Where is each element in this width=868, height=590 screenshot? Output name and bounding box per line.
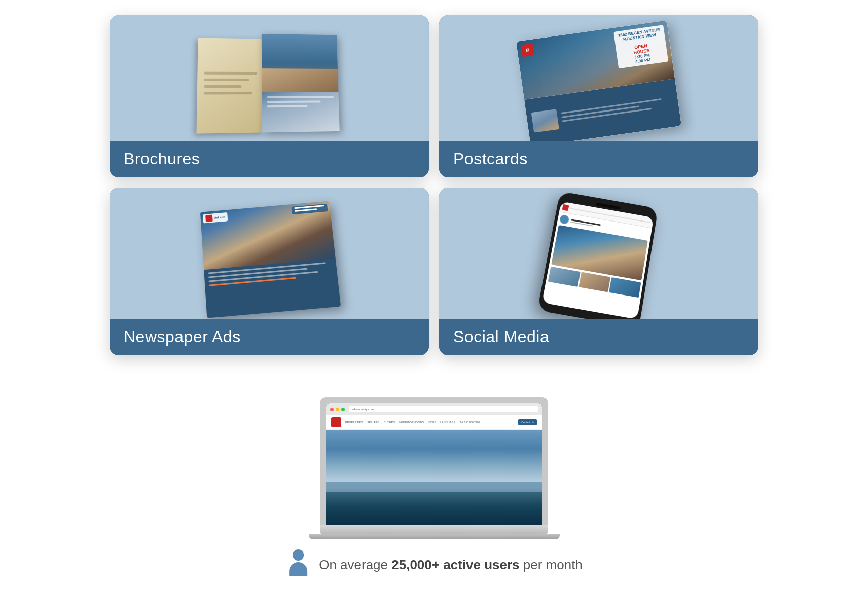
newspaper-hero-image: DeLeon xyxy=(200,201,336,270)
nav-language: LANGUAGE xyxy=(440,421,455,424)
browser-url-text: deleonrealty.com xyxy=(351,408,374,411)
phone-mockup xyxy=(537,191,659,319)
postcards-label: Postcards xyxy=(439,141,758,177)
website-contact-button: Contact Us xyxy=(518,419,537,425)
phone-avatar xyxy=(559,214,570,225)
newspaper-mockup: DeLeon xyxy=(200,201,341,318)
newspaper-address xyxy=(291,204,328,215)
person-icon xyxy=(285,549,311,580)
social-media-card[interactable]: Social Media xyxy=(439,188,758,355)
newspaper-image-area: DeLeon xyxy=(110,188,429,319)
website-nav-links: PROPERTIES SELLERS BUYERS NEIGHBORHOODS … xyxy=(345,421,455,424)
newspaper-logo: DeLeon xyxy=(203,212,228,224)
postcards-card[interactable]: ◧ 1652 BEGEN AVENUEMOUNTAIN VIEWOPENHOUS… xyxy=(439,15,758,177)
website-navigation: PROPERTIES SELLERS BUYERS NEIGHBORHOODS … xyxy=(326,415,542,430)
newspaper-ads-label: Newspaper Ads xyxy=(110,319,429,355)
brochure-left-page xyxy=(196,38,264,133)
phone-frame xyxy=(537,191,659,319)
phone-small-image-3 xyxy=(609,277,641,298)
browser-maximize-dot xyxy=(341,408,345,411)
website-content: PROPERTIES SELLERS BUYERS NEIGHBORHOODS … xyxy=(326,415,542,525)
social-media-label: Social Media xyxy=(439,319,758,355)
postcards-image-area: ◧ 1652 BEGEN AVENUEMOUNTAIN VIEWOPENHOUS… xyxy=(439,15,758,141)
laptop-screen-frame: deleonrealty.com PROPERTIES SELLERS BUYE… xyxy=(320,397,548,525)
browser-close-dot xyxy=(330,408,334,411)
postcard-logo: ◧ xyxy=(521,43,534,57)
cards-grid: Brochures ◧ 1652 BEGEN AVENUEMOUNTAIN VI… xyxy=(79,0,789,355)
browser-toolbar: deleonrealty.com xyxy=(326,403,542,415)
nav-sellers: SELLERS xyxy=(367,421,380,424)
phone-small-image-1 xyxy=(548,267,581,287)
newspaper-flyer-inner: DeLeon xyxy=(200,201,341,318)
brochures-image-area xyxy=(110,15,429,141)
browser-minimize-dot xyxy=(336,408,339,411)
laptop-base xyxy=(320,525,548,534)
laptop-screen: deleonrealty.com PROPERTIES SELLERS BUYE… xyxy=(326,403,542,525)
website-hero-image xyxy=(326,430,542,525)
pool-reflection xyxy=(326,482,542,525)
postcard-small-image xyxy=(531,108,559,132)
website-phone: Tel: 650.900.7100 xyxy=(459,421,480,424)
nav-news: NEWS xyxy=(428,421,436,424)
phone-screen xyxy=(542,201,654,319)
laptop-container: deleonrealty.com PROPERTIES SELLERS BUYE… xyxy=(320,397,548,539)
brochures-card[interactable]: Brochures xyxy=(110,15,429,177)
phone-content xyxy=(546,212,652,300)
nav-neighborhoods: NEIGHBORHOODS xyxy=(399,421,424,424)
stats-active-users: active users xyxy=(440,557,520,572)
postcard-details xyxy=(561,96,674,124)
stats-prefix: On average xyxy=(319,557,391,572)
stats-highlight: 25,000+ xyxy=(391,557,440,572)
stats-section: On average 25,000+ active users per mont… xyxy=(285,549,583,580)
postcard-mockup: ◧ 1652 BEGEN AVENUEMOUNTAIN VIEWOPENHOUS… xyxy=(516,20,681,141)
laptop-bottom xyxy=(309,534,560,539)
stats-suffix: per month xyxy=(520,557,583,572)
stats-text: On average 25,000+ active users per mont… xyxy=(319,557,583,573)
website-logo xyxy=(331,417,341,427)
browser-url-bar: deleonrealty.com xyxy=(349,406,538,412)
nav-buyers: BUYERS xyxy=(384,421,395,424)
postcard-address: 1652 BEGEN AVENUEMOUNTAIN VIEWOPENHOUSE1… xyxy=(613,25,668,68)
person-body xyxy=(289,562,307,576)
nav-properties: PROPERTIES xyxy=(345,421,363,424)
phone-small-image-2 xyxy=(578,272,610,292)
social-image-area xyxy=(439,188,758,319)
brochure-mockup xyxy=(196,32,340,136)
main-container: Brochures ◧ 1652 BEGEN AVENUEMOUNTAIN VI… xyxy=(0,0,868,590)
postcard-card-inner: ◧ 1652 BEGEN AVENUEMOUNTAIN VIEWOPENHOUS… xyxy=(516,20,681,141)
newspaper-ads-card[interactable]: DeLeon xyxy=(110,188,429,355)
phone-logo xyxy=(562,204,569,211)
person-head xyxy=(293,549,304,561)
brochures-label: Brochures xyxy=(110,141,429,177)
brochure-right-page xyxy=(262,33,340,132)
